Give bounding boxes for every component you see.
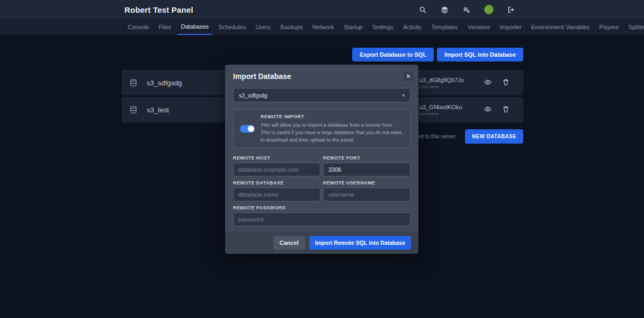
- delete-database-button[interactable]: [497, 75, 515, 91]
- close-icon[interactable]: ✕: [404, 72, 413, 81]
- modal-body: Import Database s3_sdfgsdg ▾ REMOTE IMPO…: [225, 65, 418, 226]
- database-name: s3_sdfgsdg: [147, 79, 182, 87]
- tab-environment-variables[interactable]: Environment Variables: [527, 19, 593, 35]
- tab-console[interactable]: Console: [124, 19, 153, 35]
- tab-templates[interactable]: Templates: [427, 19, 461, 35]
- remote-port-group: REMOTE PORT: [323, 152, 410, 176]
- remote-form: REMOTE HOST REMOTE PORT REMOTE DATABASE …: [233, 152, 410, 226]
- modal-footer: Cancel Import Remote SQL into Database: [225, 232, 418, 254]
- cancel-button[interactable]: Cancel: [273, 236, 305, 250]
- eye-icon: [484, 105, 491, 114]
- tab-activity[interactable]: Activity: [399, 19, 425, 35]
- database-icon: [129, 78, 138, 87]
- remote-host-group: REMOTE HOST: [233, 152, 320, 176]
- remote-host-label: REMOTE HOST: [233, 155, 320, 161]
- eye-icon: [484, 78, 491, 87]
- remote-import-toggle[interactable]: [240, 125, 255, 132]
- panel-title: Robert Test Panel: [124, 5, 193, 14]
- remote-database-group: REMOTE DATABASE: [233, 176, 320, 201]
- remote-username-label: REMOTE USERNAME: [323, 180, 410, 186]
- remote-import-description: This will allow you to import a database…: [261, 121, 404, 143]
- database-username-block: u3_dG8g9Q57Jo Username: [419, 77, 465, 89]
- database-actions: Export Database to SQL Import SQL into D…: [122, 48, 523, 61]
- server-tab-bar: Console Files Databases Schedules Users …: [0, 19, 644, 35]
- tab-settings[interactable]: Settings: [369, 19, 397, 35]
- topbar-icon-group: [419, 0, 515, 19]
- database-row-right: u3_dG8g9Q57Jo Username: [419, 75, 515, 91]
- modal-title: Import Database: [233, 72, 410, 81]
- remote-import-label: REMOTE IMPORT: [261, 114, 404, 119]
- export-database-button[interactable]: Export Database to SQL: [352, 48, 434, 61]
- database-username: u3_GNlardKOku: [419, 104, 465, 110]
- database-row-right: u3_GNlardKOku Username: [419, 102, 515, 118]
- tab-backups[interactable]: Backups: [277, 19, 307, 35]
- remote-password-input[interactable]: [233, 213, 410, 226]
- tab-network[interactable]: Network: [309, 19, 337, 35]
- tab-versions[interactable]: Versions: [464, 19, 494, 35]
- tab-users[interactable]: Users: [252, 19, 274, 35]
- tab-databases[interactable]: Databases: [177, 19, 213, 35]
- top-bar: Robert Test Panel: [0, 0, 644, 19]
- database-select[interactable]: s3_sdfgsdg ▾: [233, 88, 410, 102]
- import-sql-button[interactable]: Import SQL into Database: [437, 48, 523, 61]
- trash-icon: [502, 78, 509, 87]
- remote-port-input[interactable]: [323, 163, 410, 176]
- tab-players[interactable]: Players: [595, 19, 622, 35]
- database-username-label: Username: [419, 84, 465, 89]
- layers-icon[interactable]: [441, 6, 449, 14]
- remote-username-group: REMOTE USERNAME: [323, 176, 410, 201]
- database-username-block: u3_GNlardKOku Username: [419, 104, 465, 116]
- delete-database-button[interactable]: [497, 102, 515, 118]
- remote-import-box: REMOTE IMPORT This will allow you to imp…: [233, 109, 410, 148]
- tab-importer[interactable]: Importer: [496, 19, 525, 35]
- remote-port-label: REMOTE PORT: [323, 155, 410, 161]
- chevron-down-icon: ▾: [402, 93, 405, 98]
- remote-import-text: REMOTE IMPORT This will allow you to imp…: [261, 114, 404, 143]
- new-database-button[interactable]: NEW DATABASE: [465, 129, 523, 144]
- database-icon: [129, 105, 138, 114]
- trash-icon: [502, 105, 509, 114]
- import-remote-sql-button[interactable]: Import Remote SQL into Database: [309, 236, 411, 250]
- toggle-knob: [248, 126, 254, 132]
- user-avatar[interactable]: [484, 5, 494, 14]
- signout-icon[interactable]: [507, 6, 515, 14]
- remote-database-label: REMOTE DATABASE: [233, 180, 320, 186]
- database-name: s3_test: [147, 106, 169, 114]
- remote-host-input[interactable]: [233, 163, 320, 176]
- page-root: Robert Test Panel Console Files Database…: [0, 0, 644, 318]
- database-select-value: s3_sdfgsdg: [239, 92, 267, 99]
- database-username-label: Username: [419, 111, 465, 116]
- remote-password-label: REMOTE PASSWORD: [233, 205, 410, 210]
- database-username: u3_dG8g9Q57Jo: [419, 77, 465, 83]
- tab-files[interactable]: Files: [155, 19, 175, 35]
- remote-username-input[interactable]: [323, 188, 410, 201]
- tab-splitter[interactable]: Splitter: [625, 19, 644, 35]
- cogs-icon[interactable]: [462, 6, 470, 14]
- tab-startup[interactable]: Startup: [340, 19, 366, 35]
- tab-schedules[interactable]: Schedules: [215, 19, 249, 35]
- view-details-button[interactable]: [479, 102, 497, 118]
- view-details-button[interactable]: [479, 75, 497, 91]
- search-icon[interactable]: [419, 6, 427, 14]
- remote-database-input[interactable]: [233, 188, 320, 201]
- import-database-modal: ✕ Import Database s3_sdfgsdg ▾ REMOTE IM…: [225, 65, 418, 254]
- remote-password-group: REMOTE PASSWORD: [233, 201, 410, 226]
